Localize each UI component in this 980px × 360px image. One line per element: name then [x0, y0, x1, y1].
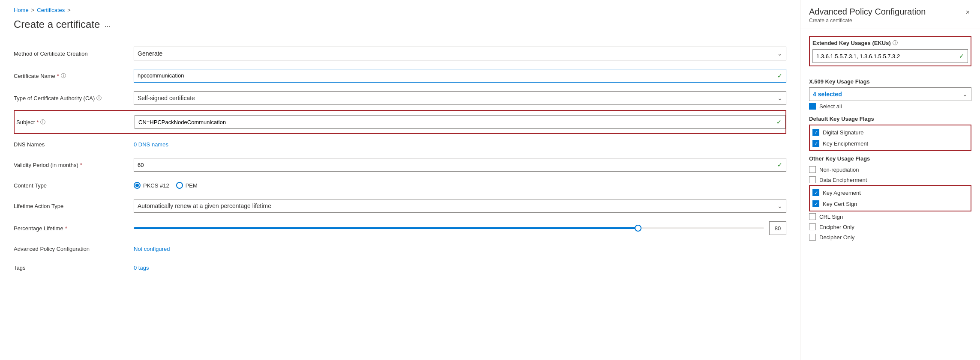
method-chevron-icon: ⌄	[777, 50, 782, 57]
key-agreement-checkbox[interactable]	[812, 189, 819, 196]
cert-name-required: *	[57, 73, 59, 79]
dns-label: DNS Names	[14, 141, 134, 148]
percentage-required: *	[65, 225, 67, 232]
percentage-slider-container: 80	[134, 221, 786, 235]
ca-info-icon[interactable]: ⓘ	[96, 95, 102, 102]
x509-label: X.509 Key Usage Flags	[809, 78, 971, 85]
content-label: Content Type	[14, 182, 134, 189]
key-cert-sign-item[interactable]: Key Cert Sign	[812, 199, 968, 209]
encipher-only-label: Encipher Only	[819, 224, 854, 230]
key-encipherment-checkbox[interactable]	[812, 140, 819, 147]
x509-chevron-icon: ⌄	[962, 91, 968, 98]
decipher-only-checkbox[interactable]	[809, 234, 816, 241]
panel-header-text: Advanced Policy Configuration Create a c…	[809, 7, 926, 24]
panel-header: Advanced Policy Configuration Create a c…	[800, 0, 980, 29]
cert-name-input-wrapper: ✓	[134, 69, 786, 83]
select-all-row[interactable]: Select all	[809, 101, 971, 111]
subject-info-icon[interactable]: ⓘ	[40, 119, 45, 126]
validity-required: *	[80, 162, 82, 168]
select-all-label: Select all	[819, 103, 842, 110]
digital-signature-item[interactable]: Digital Signature	[812, 127, 968, 137]
radio-pem-circle	[176, 182, 183, 189]
eku-check-icon: ✓	[959, 53, 964, 60]
non-repudiation-item[interactable]: Non-repudiation	[809, 164, 971, 175]
default-flags-title: Default Key Usage Flags	[809, 116, 971, 122]
validity-control: ✓	[134, 158, 786, 172]
crl-sign-checkbox[interactable]	[809, 213, 816, 220]
key-agreement-item[interactable]: Key Agreement	[812, 187, 968, 198]
key-cert-sign-checkbox[interactable]	[812, 200, 819, 207]
lifetime-row: Lifetime Action Type Automatically renew…	[14, 195, 786, 217]
ca-row: Type of Certificate Authority (CA) ⓘ Sel…	[14, 87, 786, 109]
decipher-only-item[interactable]: Decipher Only	[809, 232, 971, 242]
content-control: PKCS #12 PEM	[134, 182, 786, 189]
panel-close-button[interactable]: ×	[964, 7, 971, 18]
subject-required: *	[36, 119, 39, 125]
subject-input[interactable]	[138, 119, 773, 125]
lifetime-label: Lifetime Action Type	[14, 203, 134, 209]
dns-control: 0 DNS names	[134, 141, 786, 148]
eku-label: Extended Key Usages (EKUs) ⓘ	[812, 39, 968, 47]
validity-input[interactable]	[138, 162, 774, 168]
subject-check-icon: ✓	[776, 119, 782, 125]
eku-info-icon[interactable]: ⓘ	[893, 39, 898, 47]
panel-body: Extended Key Usages (EKUs) ⓘ ✓ X.509 Key…	[800, 29, 980, 360]
content-row: Content Type PKCS #12 PEM	[14, 176, 786, 195]
lifetime-chevron-icon: ⌄	[777, 202, 782, 209]
crl-sign-item[interactable]: CRL Sign	[809, 211, 971, 222]
data-encipherment-item[interactable]: Data Encipherment	[809, 175, 971, 185]
breadcrumb-certificates[interactable]: Certificates	[37, 7, 65, 13]
breadcrumb-sep2: >	[67, 7, 71, 13]
percentage-slider-value: 80	[769, 221, 786, 235]
advanced-row: Advanced Policy Configuration Not config…	[14, 239, 786, 258]
breadcrumb-sep1: >	[31, 7, 35, 13]
tags-link[interactable]: 0 tags	[134, 265, 149, 271]
crl-sign-label: CRL Sign	[819, 214, 843, 220]
percentage-row: Percentage Lifetime * 80	[14, 217, 786, 239]
ca-label: Type of Certificate Authority (CA) ⓘ	[14, 95, 134, 102]
dns-link[interactable]: 0 DNS names	[134, 141, 168, 148]
eku-input-wrapper: ✓	[812, 49, 968, 63]
page-title: Create a certificate	[14, 18, 100, 30]
tags-control: 0 tags	[134, 264, 786, 271]
percentage-slider-thumb[interactable]	[635, 225, 641, 232]
x509-dropdown[interactable]: 4 selected ⌄	[809, 87, 971, 101]
breadcrumb-home[interactable]: Home	[14, 7, 29, 13]
digital-signature-checkbox[interactable]	[812, 129, 819, 136]
non-repudiation-label: Non-repudiation	[819, 167, 859, 173]
non-repudiation-checkbox[interactable]	[809, 166, 816, 173]
key-agreement-label: Key Agreement	[823, 190, 861, 196]
lifetime-control: Automatically renew at a given percentag…	[134, 199, 786, 213]
eku-input[interactable]	[816, 53, 959, 60]
method-label: Method of Certificate Creation	[14, 51, 134, 57]
radio-pkcs-circle	[134, 182, 141, 189]
cert-name-input[interactable]	[138, 72, 774, 79]
encipher-only-checkbox[interactable]	[809, 223, 816, 230]
method-row: Method of Certificate Creation Generate …	[14, 42, 786, 65]
radio-pkcs[interactable]: PKCS #12	[134, 182, 169, 189]
ca-select[interactable]: Self-signed certificate ⌄	[134, 91, 786, 105]
cert-name-check-icon: ✓	[777, 72, 782, 79]
key-encipherment-item[interactable]: Key Encipherment	[812, 138, 968, 149]
cert-name-info-icon[interactable]: ⓘ	[61, 72, 66, 80]
subject-row: Subject * ⓘ ✓	[14, 110, 786, 134]
other-flags-title: Other Key Usage Flags	[809, 155, 971, 162]
percentage-slider-track	[134, 227, 764, 229]
percentage-label: Percentage Lifetime *	[14, 225, 134, 232]
advanced-link[interactable]: Not configured	[134, 246, 170, 252]
validity-label: Validity Period (in months) *	[14, 162, 134, 168]
data-encipherment-checkbox[interactable]	[809, 176, 816, 183]
lifetime-select[interactable]: Automatically renew at a given percentag…	[134, 199, 786, 213]
page-title-more[interactable]: ...	[104, 20, 111, 29]
key-cert-sign-label: Key Cert Sign	[823, 201, 857, 207]
eku-section: Extended Key Usages (EKUs) ⓘ ✓	[809, 36, 971, 66]
radio-pem[interactable]: PEM	[176, 182, 198, 189]
subject-label: Subject * ⓘ	[15, 119, 135, 126]
encipher-only-item[interactable]: Encipher Only	[809, 222, 971, 232]
select-all-checkbox[interactable]	[809, 103, 816, 110]
cert-name-control: ✓	[134, 69, 786, 83]
method-select[interactable]: Generate ⌄	[134, 47, 786, 60]
method-control: Generate ⌄	[134, 47, 786, 60]
page-title-row: Create a certificate ...	[14, 18, 786, 30]
breadcrumb: Home > Certificates >	[14, 7, 786, 13]
